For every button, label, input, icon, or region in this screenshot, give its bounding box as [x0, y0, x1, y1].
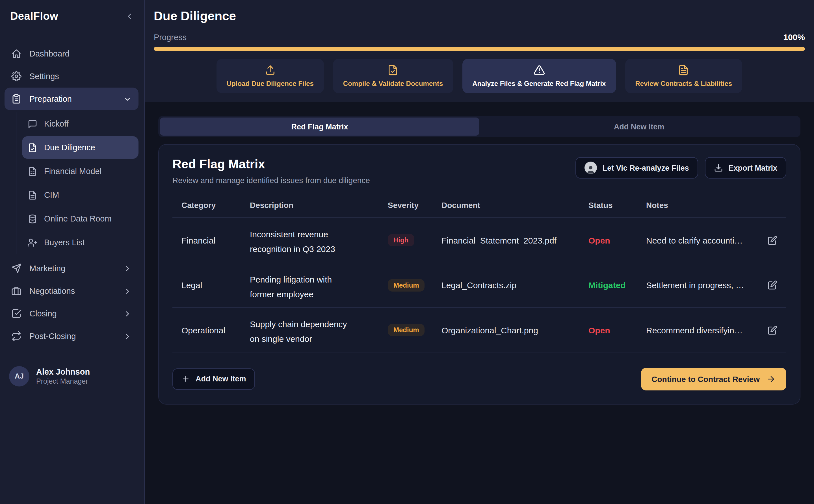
progress-bar — [154, 47, 805, 51]
send-icon — [11, 263, 21, 273]
cell-severity: High — [379, 218, 433, 263]
user-plus-icon — [28, 238, 37, 247]
sidebar-item-label: Negotiations — [29, 286, 75, 296]
export-matrix-button[interactable]: Export Matrix — [705, 157, 786, 179]
sidebar-item-cim[interactable]: CIM — [22, 184, 138, 206]
edit-pencil-icon — [768, 236, 777, 245]
content-area: Red Flag Matrix Add New Item Red Flag Ma… — [145, 102, 814, 504]
step-label: Analyze Files & Generate Red Flag Matrix — [472, 80, 606, 88]
edit-note-button[interactable] — [768, 281, 777, 290]
gear-icon — [11, 71, 21, 81]
reanalyze-button[interactable]: Let Vic Re-analyze Files — [576, 157, 698, 179]
step-label: Review Contracts & Liabilities — [635, 80, 732, 88]
database-icon — [28, 214, 37, 223]
tab-bar: Red Flag Matrix Add New Item — [158, 116, 800, 137]
card-header: Red Flag Matrix Review and manage identi… — [172, 157, 786, 185]
page-title: Due Diligence — [154, 9, 805, 24]
cell-description: Inconsistent revenue recognition in Q3 2… — [241, 218, 379, 263]
sidebar-item-buyers-list[interactable]: Buyers List — [22, 231, 138, 254]
red-flag-matrix-card: Red Flag Matrix Review and manage identi… — [158, 144, 800, 404]
sidebar: DealFlow Dashboard Settings Preparation — [0, 0, 145, 504]
export-label: Export Matrix — [728, 164, 777, 172]
progress-value: 100% — [783, 32, 805, 42]
cell-category: Financial — [172, 218, 241, 263]
add-new-item-label: Add New Item — [196, 375, 246, 383]
sidebar-item-label: Settings — [29, 72, 59, 81]
continue-label: Continue to Contract Review — [652, 374, 760, 383]
sidebar-item-negotiations[interactable]: Negotiations — [5, 280, 138, 302]
cell-status: Mitigated — [580, 263, 637, 308]
download-icon — [714, 163, 723, 172]
edit-note-button[interactable] — [768, 325, 777, 335]
sidebar-item-dashboard[interactable]: Dashboard — [5, 42, 138, 65]
cell-category: Operational — [172, 308, 241, 353]
workflow-steps: Upload Due Diligence Files Compile & Val… — [154, 59, 805, 93]
status-text: Open — [589, 236, 610, 245]
sidebar-item-online-data-room[interactable]: Online Data Room — [22, 207, 138, 230]
status-text: Open — [589, 325, 610, 335]
severity-badge: Medium — [388, 279, 425, 292]
sidebar-item-preparation[interactable]: Preparation — [5, 88, 138, 110]
sidebar-item-due-diligence[interactable]: Due Diligence — [22, 136, 138, 159]
upload-icon — [264, 64, 276, 76]
sidebar-item-label: Dashboard — [29, 49, 70, 58]
briefcase-icon — [11, 286, 21, 296]
sidebar-header: DealFlow — [0, 0, 144, 33]
tab-add-new-item[interactable]: Add New Item — [479, 118, 799, 136]
cell-severity: Medium — [379, 263, 433, 308]
home-icon — [11, 49, 21, 59]
step-analyze-red-flag[interactable]: Analyze Files & Generate Red Flag Matrix — [462, 59, 616, 93]
clipboard-icon — [11, 94, 21, 104]
sidebar-item-marketing[interactable]: Marketing — [5, 257, 138, 280]
column-header-document: Document — [433, 195, 580, 218]
step-upload-files[interactable]: Upload Due Diligence Files — [216, 59, 324, 93]
column-header-status: Status — [580, 195, 637, 218]
edit-note-button[interactable] — [768, 236, 777, 245]
chevron-right-icon — [123, 332, 132, 340]
column-header-category: Category — [172, 195, 241, 218]
page-header: Due Diligence Progress 100% Upload Due D… — [145, 0, 814, 102]
cell-status: Open — [580, 218, 637, 263]
add-new-item-button[interactable]: Add New Item — [172, 368, 255, 390]
app-window: DealFlow Dashboard Settings Preparation — [0, 0, 814, 504]
cell-document: Organizational_Chart.png — [433, 308, 580, 353]
sidebar-collapse-button[interactable] — [125, 12, 134, 21]
user-role: Project Manager — [36, 377, 90, 385]
card-title: Red Flag Matrix — [172, 157, 370, 172]
plus-icon — [181, 375, 190, 383]
cell-notes: Need to clarify accounti… — [637, 218, 786, 263]
cell-document: Financial_Statement_2023.pdf — [433, 218, 580, 263]
notes-text: Need to clarify accounti… — [646, 236, 743, 245]
sidebar-item-label: Closing — [29, 309, 57, 318]
notes-text: Settlement in progress, … — [646, 281, 744, 290]
sidebar-item-settings[interactable]: Settings — [5, 65, 138, 88]
column-header-severity: Severity — [379, 195, 433, 218]
cell-notes: Settlement in progress, … — [637, 263, 786, 308]
sidebar-item-financial-model[interactable]: Financial Model — [22, 160, 138, 183]
file-check-icon — [387, 64, 399, 76]
step-compile-validate[interactable]: Compile & Validate Documents — [333, 59, 453, 93]
step-review-contracts[interactable]: Review Contracts & Liabilities — [625, 59, 742, 93]
sidebar-item-label: Buyers List — [44, 238, 84, 247]
chevron-right-icon — [123, 309, 132, 318]
sidebar-item-closing[interactable]: Closing — [5, 302, 138, 325]
warning-triangle-icon — [533, 64, 545, 76]
severity-badge: Medium — [388, 324, 425, 336]
chat-bubble-icon — [28, 119, 37, 129]
sidebar-item-post-closing[interactable]: Post-Closing — [5, 325, 138, 347]
file-spreadsheet-icon — [28, 166, 37, 176]
preparation-subnav: Kickoff Due Diligence Financial Model CI… — [16, 112, 138, 254]
sidebar-item-label: Online Data Room — [44, 214, 112, 223]
progress-bar-fill — [154, 47, 805, 51]
file-text-icon — [28, 190, 37, 200]
red-flag-table: Category Description Severity Document S… — [172, 195, 786, 353]
sidebar-item-label: Post-Closing — [29, 332, 76, 341]
vic-avatar — [585, 162, 597, 174]
reanalyze-label: Let Vic Re-analyze Files — [603, 164, 689, 172]
continue-button[interactable]: Continue to Contract Review — [641, 368, 786, 390]
sidebar-item-kickoff[interactable]: Kickoff — [22, 112, 138, 135]
tab-red-flag-matrix[interactable]: Red Flag Matrix — [160, 118, 479, 136]
arrow-right-icon — [767, 374, 776, 383]
file-text-icon — [678, 64, 689, 76]
user-avatar: AJ — [9, 366, 29, 386]
